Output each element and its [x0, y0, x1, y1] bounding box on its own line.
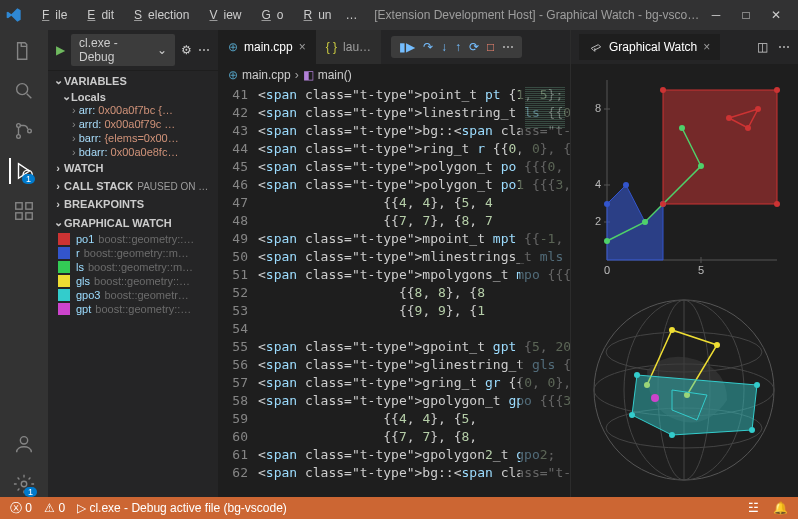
debug-sidebar: ▶ cl.exe - Debug ⌄ ⚙ ⋯ ⌄VARIABLES ⌄Local… [48, 30, 218, 497]
svg-point-28 [604, 238, 610, 244]
scope-locals[interactable]: ⌄Locals [48, 90, 218, 103]
method-icon: ◧ [303, 68, 314, 82]
step-into-button[interactable]: ↓ [441, 40, 447, 54]
account-icon[interactable] [11, 431, 37, 457]
debug-config-gear-icon[interactable]: ⚙ [181, 43, 192, 57]
color-swatch [58, 275, 70, 287]
svg-rect-8 [26, 203, 32, 209]
chevron-down-icon: ⌄ [157, 43, 167, 57]
settings-icon[interactable]: 1 [11, 471, 37, 497]
menu-file[interactable]: File [30, 4, 73, 26]
debug-more-icon[interactable]: ⋯ [198, 43, 210, 57]
svg-rect-7 [26, 213, 32, 219]
color-swatch [58, 303, 70, 315]
minimap[interactable] [520, 86, 570, 497]
status-errors[interactable]: ⓧ 0 [10, 500, 32, 517]
status-warnings[interactable]: ⚠ 0 [44, 501, 65, 515]
stop-button[interactable]: □ [487, 40, 494, 54]
variable-row[interactable]: › barr: {elems=0x00… [48, 131, 218, 145]
gwatch-item[interactable]: gpo3boost::geometr… [48, 288, 218, 302]
minimize-button[interactable]: ─ [710, 8, 722, 22]
title-bar: File Edit Selection View Go Run … [Exten… [0, 0, 798, 30]
search-icon[interactable] [11, 78, 37, 104]
menu-run[interactable]: Run [292, 4, 338, 26]
debug-config-dropdown[interactable]: cl.exe - Debug ⌄ [71, 34, 175, 66]
explorer-icon[interactable] [11, 38, 37, 64]
section-variables[interactable]: ⌄VARIABLES [48, 71, 218, 90]
svg-point-2 [17, 135, 21, 139]
svg-point-51 [629, 412, 635, 418]
panel-close-icon[interactable]: × [703, 40, 710, 54]
section-watch[interactable]: ›WATCH [48, 159, 218, 177]
status-bar: ⓧ 0 ⚠ 0 ▷ cl.exe - Debug active file (bg… [0, 497, 798, 519]
svg-text:2: 2 [595, 215, 601, 227]
step-out-button[interactable]: ↑ [455, 40, 461, 54]
split-editor-icon[interactable]: ◫ [757, 40, 768, 54]
color-swatch [58, 233, 70, 245]
editor-tab-bar: ⊕ main.cpp × { } lau… ▮▶ ↷ ↓ ↑ ⟳ □ ⋯ [218, 30, 570, 64]
svg-point-31 [679, 125, 685, 131]
text-editor[interactable]: 4142434445464748495051525354555657585960… [218, 86, 570, 497]
svg-point-9 [20, 437, 27, 444]
step-over-button[interactable]: ↷ [423, 40, 433, 54]
gwatch-item[interactable]: lsboost::geometry::m… [48, 260, 218, 274]
graphical-watch-tab[interactable]: Graphical Watch × [579, 34, 720, 60]
tab-main-cpp[interactable]: ⊕ main.cpp × [218, 30, 316, 64]
gwatch-item[interactable]: glsboost::geometry::… [48, 274, 218, 288]
status-debug-task[interactable]: ▷ cl.exe - Debug active file (bg-vscode) [77, 501, 287, 515]
svg-point-24 [604, 201, 610, 207]
menu-go[interactable]: Go [249, 4, 289, 26]
gwatch-item[interactable]: gptboost::geometry::… [48, 302, 218, 316]
svg-point-3 [28, 129, 32, 133]
tab-label: lau… [343, 40, 371, 54]
vscode-logo-icon [6, 7, 22, 23]
breadcrumb-file: main.cpp [242, 68, 291, 82]
svg-point-47 [669, 327, 675, 333]
cpp-file-icon: ⊕ [228, 68, 238, 82]
status-feedback-icon[interactable]: ☳ [748, 501, 759, 515]
svg-point-29 [642, 219, 648, 225]
source-control-icon[interactable] [11, 118, 37, 144]
line-number-gutter: 4142434445464748495051525354555657585960… [218, 86, 258, 497]
continue-button[interactable]: ▮▶ [399, 40, 415, 54]
tab-close-icon[interactable]: × [299, 40, 306, 54]
svg-point-33 [755, 106, 761, 112]
menu-edit[interactable]: Edit [75, 4, 120, 26]
globe-plot[interactable] [577, 290, 792, 490]
editor-group: ⊕ main.cpp × { } lau… ▮▶ ↷ ↓ ↑ ⟳ □ ⋯ ⊕ m… [218, 30, 570, 497]
svg-point-57 [651, 394, 659, 402]
panel-more-icon[interactable]: ⋯ [778, 40, 790, 54]
svg-text:4: 4 [595, 178, 601, 190]
tab-launch-json[interactable]: { } lau… [316, 30, 381, 64]
maximize-button[interactable]: □ [740, 8, 752, 22]
variable-row[interactable]: › arr: 0x00a0f7bc {… [48, 103, 218, 117]
restart-button[interactable]: ⟳ [469, 40, 479, 54]
svg-text:8: 8 [595, 102, 601, 114]
section-callstack[interactable]: ›CALL STACKPAUSED ON … [48, 177, 218, 195]
color-swatch [58, 289, 70, 301]
svg-point-0 [17, 84, 28, 95]
cpp-file-icon: ⊕ [228, 40, 238, 54]
variable-row[interactable]: › arrd: 0x00a0f79c … [48, 117, 218, 131]
close-button[interactable]: ✕ [770, 8, 782, 22]
debug-toolbar: ▮▶ ↷ ↓ ↑ ⟳ □ ⋯ [391, 36, 522, 58]
run-debug-icon[interactable]: 1 [9, 158, 35, 184]
breadcrumb[interactable]: ⊕ main.cpp › ◧ main() [218, 64, 570, 86]
extensions-icon[interactable] [11, 198, 37, 224]
debug-overflow-icon[interactable]: ⋯ [502, 40, 514, 54]
svg-marker-50 [632, 375, 757, 435]
section-breakpoints[interactable]: ›BREAKPOINTS [48, 195, 218, 213]
color-swatch [58, 261, 70, 273]
cartesian-plot[interactable]: 2 4 8 0 5 [577, 70, 792, 280]
svg-point-37 [774, 87, 780, 93]
menu-selection[interactable]: Selection [122, 4, 195, 26]
svg-point-54 [749, 427, 755, 433]
gwatch-item[interactable]: po1boost::geometry::… [48, 232, 218, 246]
start-debug-icon[interactable]: ▶ [56, 43, 65, 57]
gwatch-item[interactable]: rboost::geometry::m… [48, 246, 218, 260]
section-graphical-watch[interactable]: ⌄GRAPHICAL WATCH [48, 213, 218, 232]
status-notifications-icon[interactable]: 🔔 [773, 501, 788, 515]
variable-row[interactable]: › bdarr: 0x00a0e8fc… [48, 145, 218, 159]
menu-view[interactable]: View [197, 4, 247, 26]
menu-more[interactable]: … [340, 4, 364, 26]
